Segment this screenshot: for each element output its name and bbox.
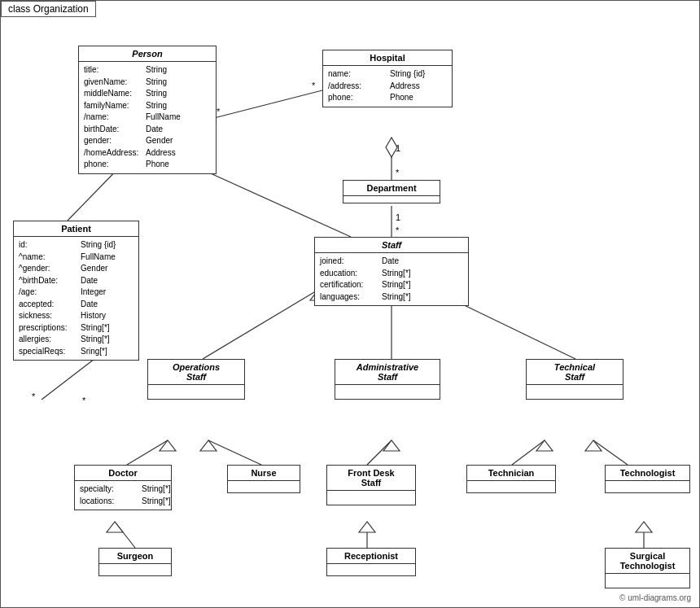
svg-text:1: 1: [396, 143, 400, 153]
svg-line-28: [512, 440, 545, 465]
technician-class: Technician: [466, 465, 556, 493]
technical-staff-class: Technical Staff: [526, 359, 623, 400]
operations-staff-attrs: [148, 385, 244, 390]
person-attrs: title:String givenName:String middleName…: [79, 62, 216, 173]
staff-class: Staff joined:Date education:String[*] ce…: [314, 237, 469, 306]
doctor-title: Doctor: [75, 466, 171, 481]
svg-line-0: [211, 90, 322, 119]
surgeon-attrs: [99, 564, 171, 569]
svg-text:*: *: [396, 168, 400, 177]
operations-staff-class: Operations Staff: [147, 359, 245, 400]
department-attrs: [343, 196, 440, 203]
svg-marker-37: [636, 522, 652, 532]
surgeon-class: Surgeon: [98, 548, 172, 576]
receptionist-attrs: [327, 564, 415, 569]
nurse-attrs: [228, 481, 300, 486]
department-class: Department: [343, 180, 440, 203]
front-desk-staff-class: Front Desk Staff: [326, 465, 416, 505]
hospital-title: Hospital: [323, 50, 452, 66]
staff-title: Staff: [315, 238, 468, 253]
svg-marker-25: [200, 440, 217, 451]
admin-staff-title: Administrative Staff: [335, 360, 440, 385]
svg-line-26: [367, 440, 392, 465]
diagram-container: class Organization * * 1 * 1 *: [0, 0, 700, 608]
svg-text:*: *: [82, 396, 86, 405]
svg-marker-29: [536, 440, 553, 451]
svg-text:1: 1: [396, 212, 400, 222]
front-desk-title: Front Desk Staff: [327, 466, 415, 491]
doctor-class: Doctor specialty:String[*] locations:Str…: [74, 465, 172, 510]
diagram-title: class Organization: [1, 1, 96, 17]
technologist-title: Technologist: [606, 466, 689, 481]
front-desk-attrs: [327, 491, 415, 496]
receptionist-class: Receptionist: [326, 548, 416, 576]
svg-line-14: [203, 290, 318, 359]
svg-text:*: *: [312, 81, 316, 90]
copyright: © uml-diagrams.org: [619, 593, 691, 602]
receptionist-title: Receptionist: [327, 549, 415, 564]
nurse-class: Nurse: [227, 465, 300, 493]
svg-line-32: [115, 522, 135, 548]
staff-attrs: joined:Date education:String[*] certific…: [315, 253, 468, 305]
svg-marker-23: [160, 440, 176, 451]
surgical-technologist-title: Surgical Technologist: [606, 549, 689, 574]
svg-line-30: [593, 440, 628, 465]
technician-title: Technician: [467, 466, 555, 481]
hospital-attrs: name:String {id} /address:Address phone:…: [323, 66, 452, 107]
admin-staff-class: Administrative Staff: [335, 359, 440, 400]
svg-marker-33: [107, 522, 123, 532]
surgical-technologist-class: Surgical Technologist: [605, 548, 690, 588]
hospital-class: Hospital name:String {id} /address:Addre…: [322, 50, 453, 107]
svg-text:*: *: [396, 225, 400, 235]
patient-class: Patient id:String {id} ^name:FullName ^g…: [13, 221, 139, 361]
svg-marker-4: [386, 138, 397, 157]
admin-staff-attrs: [335, 385, 440, 390]
svg-line-22: [127, 440, 168, 465]
technician-attrs: [467, 481, 555, 486]
nurse-title: Nurse: [228, 466, 300, 481]
surgical-technologist-attrs: [606, 574, 689, 579]
doctor-attrs: specialty:String[*] locations:String[*]: [75, 481, 171, 510]
svg-marker-35: [359, 522, 375, 532]
patient-title: Patient: [14, 221, 138, 237]
technical-staff-attrs: [527, 385, 623, 390]
technologist-class: Technologist: [605, 465, 690, 493]
department-title: Department: [343, 181, 440, 196]
svg-text:*: *: [217, 107, 221, 116]
svg-marker-27: [383, 440, 400, 451]
technical-staff-title: Technical Staff: [527, 360, 623, 385]
technologist-attrs: [606, 481, 689, 486]
person-title: Person: [79, 46, 216, 62]
surgeon-title: Surgeon: [99, 549, 171, 564]
person-class: Person title:String givenName:String mid…: [78, 46, 217, 174]
patient-attrs: id:String {id} ^name:FullName ^gender:Ge…: [14, 237, 138, 360]
svg-line-24: [208, 440, 261, 465]
svg-text:*: *: [32, 391, 36, 401]
svg-marker-31: [585, 440, 602, 451]
operations-staff-title: Operations Staff: [148, 360, 244, 385]
svg-line-21: [42, 359, 94, 400]
